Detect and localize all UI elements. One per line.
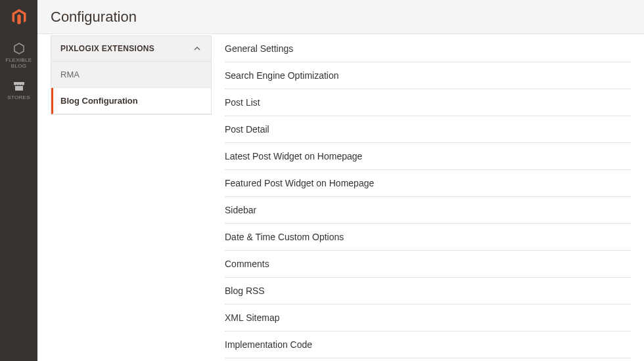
store-icon <box>12 79 26 93</box>
setting-section-label: Implementation Code <box>225 339 312 350</box>
setting-section-latest-post-widget[interactable]: Latest Post Widget on Homepage <box>225 143 631 170</box>
setting-section-seo[interactable]: Search Engine Optimization <box>225 62 631 89</box>
config-sidebar: PIXLOGIX EXTENSIONS RMA Blog Configurati… <box>51 34 212 361</box>
chevron-up-icon <box>193 44 202 53</box>
setting-section-general-settings[interactable]: General Settings <box>225 39 631 62</box>
setting-section-label: Post Detail <box>225 124 269 135</box>
page-header: Configuration <box>37 0 644 34</box>
setting-section-post-list[interactable]: Post List <box>225 89 631 116</box>
sidebar-item-blog-configuration[interactable]: Blog Configuration <box>51 88 211 114</box>
setting-section-blog-rss[interactable]: Blog RSS <box>225 278 631 305</box>
setting-section-label: Search Engine Optimization <box>225 70 339 81</box>
sidebar-item-rma[interactable]: RMA <box>51 62 211 88</box>
setting-section-comments[interactable]: Comments <box>225 251 631 278</box>
svg-rect-0 <box>15 86 23 91</box>
magento-logo[interactable] <box>9 7 30 28</box>
setting-section-implementation-code[interactable]: Implementation Code <box>225 331 631 358</box>
main-area: Configuration PIXLOGIX EXTENSIONS RMA Bl… <box>37 0 644 361</box>
nav-item-stores[interactable]: STORES <box>0 74 37 106</box>
content-area: PIXLOGIX EXTENSIONS RMA Blog Configurati… <box>37 34 644 361</box>
magento-logo-icon <box>10 8 28 26</box>
sidebar-accordion-title: PIXLOGIX EXTENSIONS <box>60 44 154 53</box>
sidebar-item-label: RMA <box>60 70 80 79</box>
settings-panel: General Settings Search Engine Optimizat… <box>212 34 631 361</box>
sidebar-item-label: Blog Configuration <box>60 96 138 106</box>
hexagon-icon <box>12 42 26 55</box>
sidebar-accordion-header[interactable]: PIXLOGIX EXTENSIONS <box>51 35 212 62</box>
sidebar-accordion-body: RMA Blog Configuration <box>51 62 212 115</box>
nav-item-label: FLEXIBLE BLOG <box>0 57 37 69</box>
nav-item-flexible-blog[interactable]: FLEXIBLE BLOG <box>0 37 37 74</box>
nav-item-label: STORES <box>7 95 30 100</box>
setting-section-label: Date & Time Custom Options <box>225 232 344 242</box>
admin-nav-sidebar: FLEXIBLE BLOG STORES <box>0 0 37 361</box>
page-title: Configuration <box>51 9 137 26</box>
setting-section-xml-sitemap[interactable]: XML Sitemap <box>225 305 631 331</box>
app-container: FLEXIBLE BLOG STORES Configuration PIXLO… <box>0 0 644 361</box>
setting-section-sidebar[interactable]: Sidebar <box>225 197 631 224</box>
setting-section-post-detail[interactable]: Post Detail <box>225 116 631 143</box>
setting-section-label: Sidebar <box>225 205 256 215</box>
setting-section-featured-post-widget[interactable]: Featured Post Widget on Homepage <box>225 170 631 197</box>
setting-section-date-time[interactable]: Date & Time Custom Options <box>225 224 631 251</box>
setting-section-label: Comments <box>225 259 269 269</box>
setting-section-label: General Settings <box>225 43 293 54</box>
setting-section-label: XML Sitemap <box>225 312 280 323</box>
setting-section-label: Featured Post Widget on Homepage <box>225 178 374 188</box>
setting-section-label: Post List <box>225 97 260 108</box>
setting-section-label: Blog RSS <box>225 286 265 296</box>
setting-section-label: Latest Post Widget on Homepage <box>225 151 362 161</box>
